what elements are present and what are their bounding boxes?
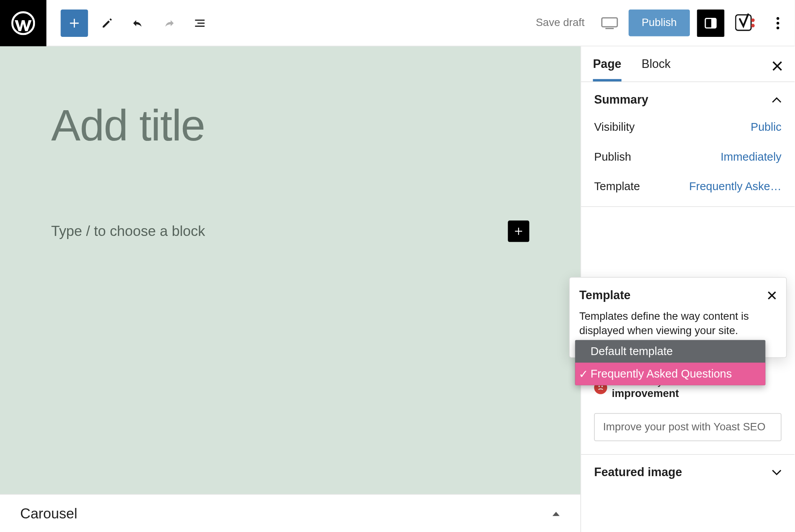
template-option-default[interactable]: Default template xyxy=(575,340,765,362)
document-outline-button[interactable] xyxy=(188,11,212,35)
chevron-up-icon xyxy=(772,97,782,102)
template-dropdown[interactable]: Default template Frequently Asked Questi… xyxy=(575,340,765,385)
editor-topbar: Save draft Publish xyxy=(0,0,795,46)
pencil-icon xyxy=(101,16,114,29)
undo-button[interactable] xyxy=(126,11,150,35)
settings-panel-toggle[interactable] xyxy=(697,9,724,36)
post-title-input[interactable] xyxy=(51,100,529,150)
svg-point-6 xyxy=(751,24,755,27)
more-options-button[interactable] xyxy=(766,9,790,36)
plus-icon xyxy=(513,226,524,237)
redo-button xyxy=(157,11,181,35)
publish-value[interactable]: Immediately xyxy=(720,151,781,164)
plus-icon xyxy=(68,16,81,29)
toolbar-left-group xyxy=(46,9,212,36)
redo-icon xyxy=(162,16,176,30)
tab-block[interactable]: Block xyxy=(642,57,671,81)
undo-icon xyxy=(131,16,145,30)
meta-box-bar[interactable]: Carousel xyxy=(0,494,580,532)
svg-point-7 xyxy=(776,17,779,19)
svg-point-8 xyxy=(776,21,779,24)
sidebar-tabs: Page Block xyxy=(581,46,795,82)
summary-row-template: Template Frequently Aske… xyxy=(594,180,781,193)
close-icon xyxy=(767,290,777,300)
publish-label: Publish xyxy=(594,151,631,164)
visibility-label: Visibility xyxy=(594,121,635,134)
template-popover-close[interactable] xyxy=(767,290,777,300)
summary-row-visibility: Visibility Public xyxy=(594,121,781,134)
visibility-value[interactable]: Public xyxy=(751,121,781,134)
toolbar-right-group: Save draft Publish xyxy=(530,9,795,36)
publish-button[interactable]: Publish xyxy=(628,10,690,36)
panel-featured-image-title: Featured image xyxy=(594,466,682,479)
svg-rect-3 xyxy=(711,18,716,28)
panel-summary-toggle[interactable]: Summary xyxy=(581,82,795,117)
template-option-faq[interactable]: Frequently Asked Questions xyxy=(575,363,765,385)
meta-box-label: Carousel xyxy=(20,505,77,522)
panel-summary-title: Summary xyxy=(594,93,648,106)
template-popover-title: Template xyxy=(579,288,630,302)
caret-up-icon xyxy=(552,510,560,516)
desktop-icon xyxy=(601,16,618,29)
svg-rect-1 xyxy=(602,17,617,26)
sidebar-icon xyxy=(703,16,718,30)
add-block-button[interactable] xyxy=(61,9,88,36)
editor-canvas[interactable]: Type / to choose a block xyxy=(0,46,580,494)
template-label: Template xyxy=(594,180,640,193)
wordpress-icon xyxy=(11,11,35,35)
svg-point-5 xyxy=(751,18,755,22)
yoast-icon xyxy=(735,13,755,33)
svg-point-9 xyxy=(776,26,779,29)
close-icon xyxy=(772,60,783,71)
settings-sidebar: Page Block Summary Visibility Public xyxy=(580,46,795,532)
kebab-icon xyxy=(776,16,779,30)
yoast-improve-button[interactable]: Improve your post with Yoast SEO xyxy=(594,413,781,441)
panel-featured-image-toggle[interactable]: Featured image xyxy=(581,455,795,490)
block-placeholder-text[interactable]: Type / to choose a block xyxy=(51,223,205,240)
save-draft-button[interactable]: Save draft xyxy=(530,12,590,34)
wp-logo-button[interactable] xyxy=(0,0,46,46)
svg-point-13 xyxy=(601,386,603,387)
chevron-down-icon xyxy=(772,470,782,475)
list-icon xyxy=(193,16,207,30)
template-value[interactable]: Frequently Aske… xyxy=(689,180,781,193)
edit-mode-button[interactable] xyxy=(95,11,119,35)
inline-add-block-button[interactable] xyxy=(508,220,529,242)
svg-point-12 xyxy=(598,386,600,387)
summary-row-publish: Publish Immediately xyxy=(594,151,781,164)
panel-summary: Summary Visibility Public Publish Immedi… xyxy=(581,82,795,207)
preview-button[interactable] xyxy=(598,11,621,35)
template-popover-desc: Templates define the way content is disp… xyxy=(579,309,777,338)
close-sidebar-button[interactable] xyxy=(772,60,783,78)
tab-page[interactable]: Page xyxy=(593,57,621,81)
yoast-button[interactable] xyxy=(731,9,759,36)
